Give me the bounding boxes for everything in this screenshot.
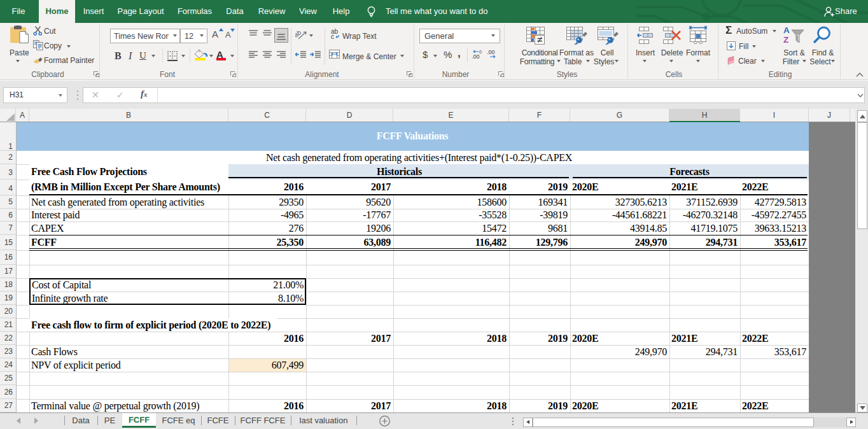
svg-text:A: A [783,25,790,35]
svg-text:.00: .00 [472,53,480,59]
svg-text:0: 0 [479,50,482,54]
svg-text:ab: ab [295,29,302,39]
svg-text:.00: .00 [487,50,495,55]
svg-text:c: c [331,33,334,39]
svg-text:Z: Z [783,35,788,45]
